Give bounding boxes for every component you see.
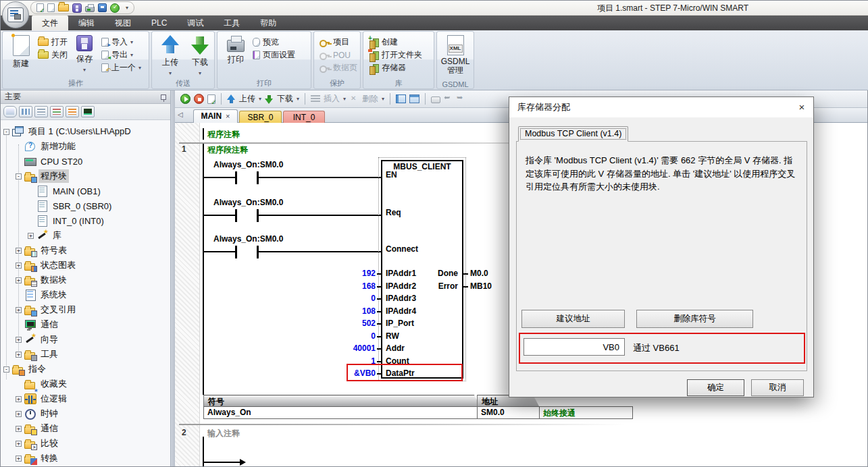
address-cell[interactable]: SM0.0 [477, 406, 540, 419]
symbol-cell[interactable]: Always_On [203, 406, 478, 419]
tree-item[interactable]: INT_0 (INT0) [28, 213, 106, 228]
upload-button[interactable]: 上传 ▾ [155, 34, 185, 78]
print-button[interactable]: 打印 [221, 34, 251, 67]
tree-expand-icon[interactable]: + [16, 248, 22, 254]
view-xref-icon[interactable] [66, 106, 79, 117]
contact-bar[interactable] [235, 171, 237, 184]
tree-item[interactable]: 通信 [16, 317, 60, 332]
upload-label[interactable]: 上传 [239, 93, 255, 105]
contact-operand[interactable]: Always_On:SM0.0 [213, 160, 283, 169]
dialog-close-icon[interactable]: × [790, 97, 813, 117]
new-button[interactable]: 新建 [6, 34, 36, 71]
contact-operand[interactable]: Always_On:SM0.0 [213, 198, 283, 207]
view-communication-icon[interactable] [81, 106, 95, 117]
accept-icon[interactable] [110, 3, 120, 13]
library-create-button[interactable]: 创建 [367, 36, 424, 49]
library-start-address-input[interactable] [524, 338, 625, 356]
network-comment[interactable]: 输入注释 [207, 428, 240, 439]
previous-button[interactable]: 上一个▾ [99, 61, 143, 74]
contact-bar[interactable] [235, 209, 237, 222]
block-pin-value[interactable]: 502 [308, 319, 376, 328]
tab-nav-left-icon[interactable]: ◁ [178, 111, 183, 118]
tree-item[interactable]: 系统块 [16, 287, 69, 302]
menu-tab[interactable]: 调试 [177, 16, 213, 30]
open-folder-icon[interactable] [58, 4, 69, 11]
tree-expand-icon[interactable]: + [16, 441, 22, 447]
tree-collapse-icon[interactable]: - [3, 366, 9, 373]
editor-tab[interactable]: SBR_0 [239, 111, 282, 123]
tree-item[interactable]: 收藏夹 [16, 377, 69, 391]
program-comment[interactable]: 程序注释 [207, 129, 240, 140]
save-icon[interactable] [72, 3, 82, 13]
tree-item[interactable]: +>比较 [16, 436, 60, 451]
page-setup-button[interactable]: 页面设置 [251, 49, 297, 61]
tree-item[interactable]: -程序块 [16, 169, 69, 184]
run-icon[interactable] [180, 94, 190, 104]
qat-customize-icon[interactable]: ▾ [126, 5, 128, 11]
export-button[interactable]: 导出▾ [99, 49, 143, 61]
view-project-icon[interactable] [3, 106, 17, 117]
info-icon[interactable] [98, 3, 107, 12]
menu-tab[interactable]: 帮助 [250, 16, 286, 30]
app-menu-button[interactable] [2, 1, 29, 28]
stop-icon[interactable] [194, 94, 204, 104]
import-button[interactable]: 导入▾ [99, 36, 143, 49]
tree-item[interactable]: MAIN (OB1) [28, 184, 103, 198]
tree-expand-icon[interactable]: + [16, 263, 22, 269]
tree-item[interactable]: +转换 [16, 451, 60, 466]
dialog-tab-modbus[interactable]: Modbus TCP Client (v1.4) [518, 126, 628, 142]
tree-item[interactable]: +时钟 [16, 406, 60, 421]
tree-expand-icon[interactable]: + [16, 426, 22, 432]
block-pin-out-value[interactable]: MB10 [470, 281, 492, 291]
block-pin-value[interactable]: 40001 [308, 344, 376, 353]
pou-overview-icon[interactable] [409, 94, 419, 103]
tree-item[interactable]: +交叉引用 [16, 302, 78, 317]
editor-tab[interactable]: MAIN× [193, 109, 238, 123]
compile-icon[interactable] [207, 94, 215, 104]
view-data-icon[interactable] [50, 106, 63, 117]
tree-expand-icon[interactable]: + [16, 456, 22, 462]
download-button[interactable]: 下载 ▾ [185, 34, 215, 78]
upload-icon[interactable] [227, 94, 236, 104]
pou-navigate-icon[interactable] [396, 94, 406, 103]
tree-collapse-icon[interactable]: - [3, 129, 9, 135]
tree-item[interactable]: SBR_0 (SBR0) [28, 198, 113, 213]
tree-expand-icon[interactable]: + [28, 233, 34, 239]
close-button[interactable]: 关闭 [36, 49, 70, 61]
view-status-icon[interactable] [34, 106, 48, 117]
tree-expand-icon[interactable]: + [16, 277, 22, 283]
menu-tab[interactable]: PLC [141, 16, 177, 30]
print-icon[interactable] [85, 6, 95, 12]
tree-item[interactable]: +位逻辑 [16, 391, 69, 406]
tree-collapse-icon[interactable]: - [16, 173, 22, 180]
pin-icon[interactable] [161, 94, 166, 100]
menu-tab[interactable]: 工具 [213, 16, 250, 30]
tree-item[interactable]: +符号表 [16, 243, 69, 258]
tab-close-icon[interactable]: × [226, 112, 230, 120]
library-open-folder-button[interactable]: 打开文件夹 [367, 49, 424, 61]
tree-item[interactable]: 新增功能 [16, 139, 78, 154]
save-button[interactable]: 保存 ▾ [70, 34, 99, 74]
new-document-icon[interactable] [47, 3, 55, 12]
undo-icon[interactable] [444, 95, 453, 103]
tree-expand-icon[interactable]: + [16, 307, 22, 313]
open-button[interactable]: 打开 [36, 36, 70, 49]
download-icon[interactable] [265, 94, 274, 104]
view-symbols-icon[interactable] [19, 106, 32, 117]
tree-expand-icon[interactable]: + [16, 337, 22, 343]
gsdml-manage-button[interactable]: XML GSDML管理 [440, 34, 470, 76]
delete-library-symbols-button[interactable]: 删除库符号 [636, 310, 753, 328]
cancel-button[interactable]: 取消 [751, 379, 804, 396]
block-pin-value[interactable]: 168 [308, 281, 376, 291]
redo-icon[interactable] [457, 95, 466, 103]
block-pin-value[interactable]: 0 [308, 331, 376, 341]
tree-item[interactable]: +工具 [16, 347, 60, 362]
tree-item[interactable]: +数据块 [16, 273, 69, 287]
box-tool-icon[interactable] [431, 97, 440, 103]
tree-expand-icon[interactable]: + [16, 411, 22, 417]
tree-item[interactable]: +状态图表 [16, 258, 78, 273]
block-pin-value[interactable]: 0 [308, 294, 376, 303]
comment-cell[interactable]: 始终接通 [539, 406, 633, 419]
dialog-title-bar[interactable]: 库存储器分配 × [509, 97, 813, 117]
menu-tab[interactable]: 文件 [32, 16, 68, 30]
